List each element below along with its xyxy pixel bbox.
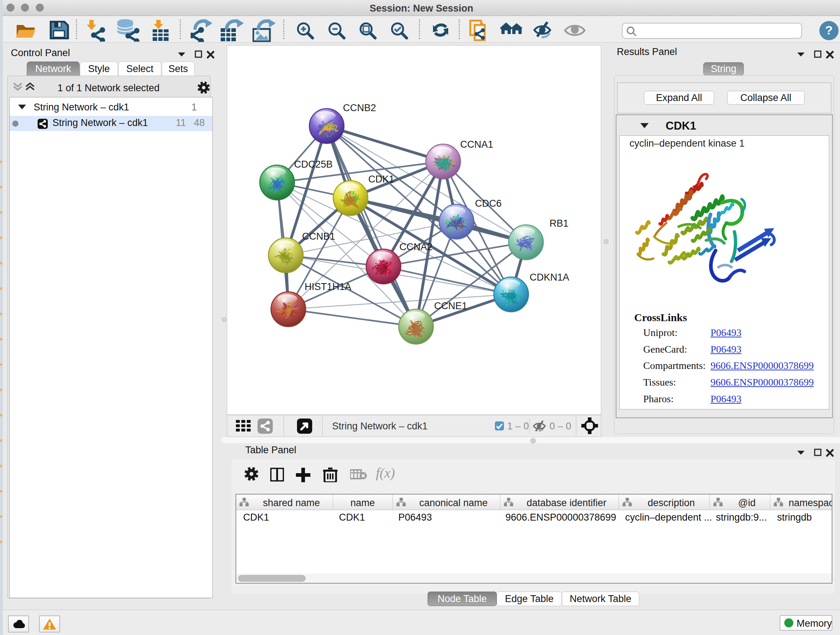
svg-text:CDC25B: CDC25B	[294, 159, 333, 170]
svg-text:CCNB2: CCNB2	[343, 103, 376, 113]
svg-text:CCNA1: CCNA1	[460, 139, 493, 150]
svg-text:CDC6: CDC6	[475, 198, 502, 209]
svg-text:CDKN1A: CDKN1A	[530, 272, 569, 283]
svg-text:CCNE1: CCNE1	[434, 301, 467, 311]
svg-text:HIST1H1A: HIST1H1A	[305, 281, 351, 292]
svg-text:CCNA2: CCNA2	[399, 241, 433, 252]
svg-text:CDK1: CDK1	[368, 174, 394, 185]
svg-text:CCNB1: CCNB1	[302, 231, 335, 242]
svg-text:RB1: RB1	[549, 218, 569, 229]
